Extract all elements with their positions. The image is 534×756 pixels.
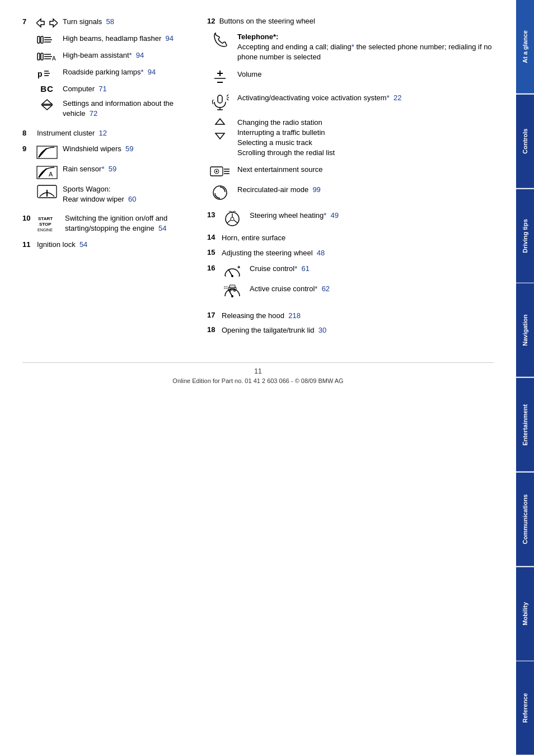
svg-marker-17 [42,100,52,104]
svg-rect-2 [38,36,40,43]
svg-line-38 [227,99,228,100]
next-source-icon [207,165,233,178]
rain-sensor-icon: A [35,164,59,180]
settings-triangles-icon [35,99,59,111]
list-item: Cruise control* 61 [219,264,494,279]
recirculated-air-icon [207,185,233,200]
svg-text:A: A [49,171,53,178]
footer: 11 Online Edition for Part no. 01 41 2 6… [22,362,494,384]
svg-marker-18 [42,105,52,110]
svg-marker-0 [36,19,44,27]
svg-text:A: A [52,55,56,62]
cruise-control-icon [219,264,245,279]
item-10-num: 10 [22,214,35,222]
tab-controls[interactable]: Controls [516,95,534,188]
list-item: Sports Wagon:Rear window wiper 60 [35,184,196,204]
list-item: Recirculated-air mode 99 [207,185,494,200]
tab-communications[interactable]: Communications [516,473,534,566]
list-item: A High-beam assistant* 94 [35,50,196,63]
list-item: Turn signals 58 [35,17,196,29]
tab-entertainment[interactable]: Entertainment [516,378,534,472]
item-8-num: 8 [22,129,35,137]
footer-text: Online Edition for Part no. 01 41 2 603 … [22,377,494,384]
rear-window-wiper-icon [35,184,59,202]
left-column: 7 [22,17,196,340]
svg-rect-59 [229,285,235,288]
list-item: Telephone*: Accepting and ending a call;… [207,32,494,63]
list-item: Activating/deactivating voice activation… [207,93,494,111]
telephone-icon [207,32,233,48]
svg-point-49 [231,217,234,221]
list-item: Windshield wipers 59 [35,144,196,160]
svg-rect-8 [41,53,43,60]
list-item: Active cruise control* 62 [219,284,494,301]
item-9-num: 9 [22,144,35,153]
list-item: 14 Horn, entire surface [207,233,494,243]
svg-text:START: START [38,216,53,221]
svg-marker-40 [216,133,224,139]
steering-wheel-heating-icon [219,211,245,227]
svg-rect-3 [41,36,43,43]
right-column: 12 Buttons on the steering wheel Telepho… [207,17,494,340]
voice-activation-icon [207,93,233,111]
svg-line-54 [228,269,232,276]
tab-reference[interactable]: Reference [516,661,534,755]
section-12-header: 12 Buttons on the steering wheel [207,17,494,25]
list-item: 13 Steeri [207,211,494,227]
svg-text:p: p [38,69,43,78]
list-item: 8 Instrument cluster 12 [22,128,196,138]
tab-navigation[interactable]: Navigation [516,283,534,377]
high-beams-icon [35,34,59,46]
tab-driving-tips[interactable]: Driving tips [516,189,534,283]
main-content: 7 [0,0,516,756]
parking-lamps-icon: p [35,67,59,80]
svg-point-62 [234,290,236,291]
list-item: High beams, headlamp flasher 94 [35,34,196,46]
svg-point-61 [229,290,231,291]
svg-marker-1 [50,19,58,27]
svg-line-52 [234,220,237,223]
list-item: A Rain sensor* 59 [35,164,196,180]
turn-signal-icon [35,17,59,29]
computer-bc-icon: BC [35,84,59,94]
list-item: Next entertainment source [207,165,494,178]
radio-track-icon [207,118,233,140]
item-7-num: 7 [22,17,35,26]
list-item: 11 Ignition lock 54 [22,240,196,250]
list-item: Volume [207,69,494,86]
windshield-wiper-icon [35,144,59,160]
list-item: 15 Adjusting the steering wheel 48 [207,248,494,258]
svg-point-43 [216,171,218,172]
svg-marker-39 [216,119,224,124]
svg-text:STOP: STOP [39,222,51,227]
list-item: p Roadside parking lamps* 94 [35,67,196,80]
list-item: 18 Opening the tailgate/trunk lid 30 [207,325,494,335]
svg-line-22 [39,169,46,178]
svg-line-19 [39,148,46,157]
svg-line-51 [227,220,231,223]
item-11-num: 11 [22,240,35,249]
sidebar: At a glance Controls Driving tips Naviga… [516,0,534,756]
svg-point-47 [213,186,227,199]
list-item: Settings and information about the vehic… [35,99,196,119]
tab-at-a-glance[interactable]: At a glance [516,0,534,94]
svg-text:ENGINE: ENGINE [38,228,53,232]
start-stop-engine-icon: START STOP ENGINE [37,213,62,234]
list-item: Changing the radio station Interrupting … [207,118,494,158]
svg-rect-7 [38,53,40,60]
volume-icon [207,69,233,86]
svg-line-36 [227,95,228,96]
list-item: BC Computer 71 [35,84,196,94]
list-item: 10 START STOP ENGINE Switching the ignit… [22,213,196,234]
page-number: 11 [22,367,494,375]
tab-mobility[interactable]: Mobility [516,567,534,661]
high-beam-assistant-icon: A [35,50,59,63]
active-cruise-control-icon [219,284,245,301]
svg-rect-33 [218,95,222,103]
list-item: 17 Releasing the hood 218 [207,311,494,321]
